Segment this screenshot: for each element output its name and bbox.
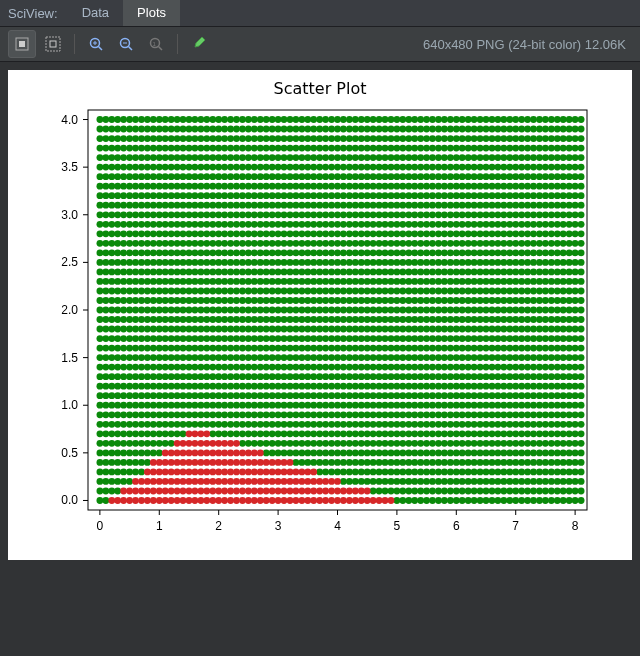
svg-point-2913 xyxy=(536,154,543,161)
svg-point-732 xyxy=(203,259,210,266)
svg-point-3223 xyxy=(150,478,157,485)
svg-point-1170 xyxy=(281,411,288,418)
svg-point-2558 xyxy=(489,411,496,418)
svg-point-3279 xyxy=(198,440,205,447)
svg-point-3028 xyxy=(554,230,561,237)
svg-point-1935 xyxy=(399,488,406,495)
svg-point-299 xyxy=(132,411,139,418)
svg-point-2383 xyxy=(459,126,466,133)
svg-point-601 xyxy=(180,250,187,257)
svg-point-143 xyxy=(108,411,115,418)
eyedropper-icon[interactable] xyxy=(186,31,212,57)
svg-point-2785 xyxy=(518,202,525,209)
zoom-in-icon[interactable] xyxy=(83,31,109,57)
svg-point-2512 xyxy=(483,459,490,466)
svg-point-516 xyxy=(168,411,175,418)
svg-point-1772 xyxy=(370,116,377,123)
svg-point-2561 xyxy=(489,383,496,390)
svg-point-831 xyxy=(221,288,228,295)
svg-point-688 xyxy=(198,364,205,371)
svg-point-2808 xyxy=(524,373,531,380)
svg-point-1858 xyxy=(388,440,395,447)
zoom-out-icon[interactable] xyxy=(113,31,139,57)
svg-point-1129 xyxy=(269,116,276,123)
svg-point-1955 xyxy=(399,297,406,304)
svg-point-3007 xyxy=(554,430,561,437)
svg-point-1348 xyxy=(304,116,311,123)
svg-point-1452 xyxy=(322,202,329,209)
svg-point-1733 xyxy=(370,488,377,495)
svg-point-3382 xyxy=(304,488,311,495)
svg-point-2997 xyxy=(548,135,555,142)
svg-point-1685 xyxy=(358,192,365,199)
svg-point-258 xyxy=(126,440,133,447)
svg-point-2921 xyxy=(542,469,549,476)
svg-point-1938 xyxy=(399,459,406,466)
svg-point-309 xyxy=(132,316,139,323)
svg-point-1314 xyxy=(304,440,311,447)
svg-point-1596 xyxy=(346,297,353,304)
tab-data[interactable]: Data xyxy=(68,0,123,26)
svg-point-1154 xyxy=(275,221,282,228)
svg-point-2068 xyxy=(417,392,424,399)
svg-point-2942 xyxy=(542,269,549,276)
svg-point-2159 xyxy=(429,307,436,314)
svg-point-2007 xyxy=(405,192,412,199)
svg-point-344 xyxy=(138,345,145,352)
svg-point-2205 xyxy=(435,259,442,266)
svg-point-353 xyxy=(138,259,145,266)
svg-point-1061 xyxy=(263,421,270,428)
svg-point-1362 xyxy=(310,335,317,342)
svg-point-2945 xyxy=(542,240,549,247)
svg-point-3225 xyxy=(150,459,157,466)
svg-point-2193 xyxy=(435,373,442,380)
svg-point-1123 xyxy=(269,173,276,180)
svg-point-2092 xyxy=(417,164,424,171)
svg-point-2675 xyxy=(506,469,513,476)
svg-point-3125 xyxy=(572,478,579,485)
svg-point-2022 xyxy=(411,440,418,447)
svg-point-2762 xyxy=(518,421,525,428)
svg-point-495 xyxy=(162,278,169,285)
svg-point-2108 xyxy=(423,402,430,409)
svg-point-3066 xyxy=(560,259,567,266)
fit-icon[interactable] xyxy=(8,30,36,58)
svg-point-109 xyxy=(102,354,109,361)
svg-point-2805 xyxy=(524,402,531,409)
svg-point-2627 xyxy=(495,145,502,152)
svg-point-1251 xyxy=(293,335,300,342)
svg-point-1392 xyxy=(316,411,323,418)
svg-point-2370 xyxy=(459,250,466,257)
tab-plots[interactable]: Plots xyxy=(123,0,180,26)
svg-text:6: 6 xyxy=(453,519,460,533)
svg-point-1150 xyxy=(275,259,282,266)
svg-point-334 xyxy=(138,440,145,447)
svg-point-1900 xyxy=(394,430,401,437)
svg-point-739 xyxy=(203,192,210,199)
svg-point-1241 xyxy=(293,430,300,437)
svg-point-3249 xyxy=(174,440,181,447)
svg-point-964 xyxy=(245,335,252,342)
svg-point-2141 xyxy=(429,478,436,485)
svg-point-2705 xyxy=(506,183,513,190)
svg-point-704 xyxy=(198,211,205,218)
svg-point-1946 xyxy=(399,383,406,390)
svg-point-1482 xyxy=(328,278,335,285)
svg-point-2937 xyxy=(542,316,549,323)
svg-point-1040 xyxy=(257,278,264,285)
svg-point-1068 xyxy=(263,354,270,361)
svg-point-2305 xyxy=(453,478,460,485)
svg-point-1823 xyxy=(382,392,389,399)
svg-point-1959 xyxy=(399,259,406,266)
svg-point-2079 xyxy=(417,288,424,295)
zoom-reset-icon[interactable]: 1 xyxy=(143,31,169,57)
svg-point-206 xyxy=(114,192,121,199)
svg-point-991 xyxy=(251,411,258,418)
svg-point-868 xyxy=(227,259,234,266)
svg-point-801 xyxy=(215,250,222,257)
svg-text:4.0: 4.0 xyxy=(61,113,78,127)
svg-point-1973 xyxy=(399,126,406,133)
plot-viewport[interactable]: Scatter Plot0123456780.00.51.01.52.02.53… xyxy=(0,62,640,656)
svg-point-3294 xyxy=(209,450,216,457)
actual-size-icon[interactable] xyxy=(40,31,66,57)
